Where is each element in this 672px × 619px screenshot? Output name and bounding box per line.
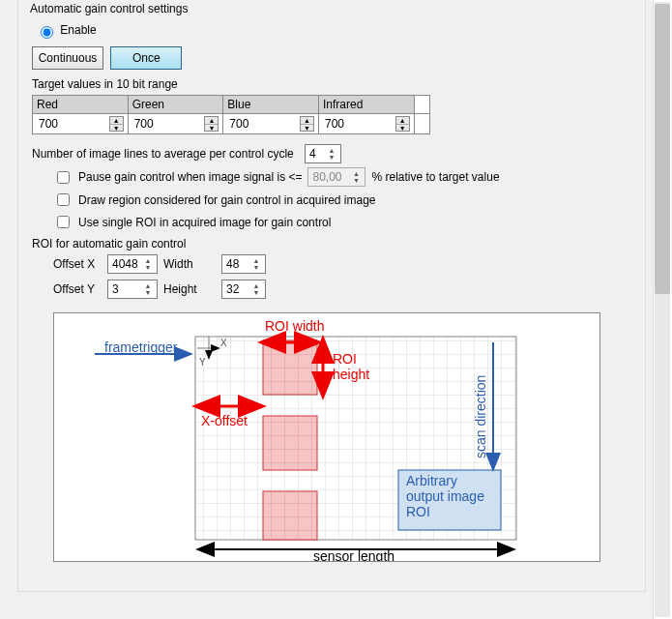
pause-spin: ▲▼ xyxy=(307,167,365,187)
roi-title: ROI for automatic gain control xyxy=(32,237,635,251)
svg-rect-6 xyxy=(263,491,317,540)
avglines-spin[interactable]: ▲▼ xyxy=(305,144,341,163)
height-spin[interactable]: ▲▼ xyxy=(221,280,266,299)
down-icon: ▼ xyxy=(301,125,313,132)
down-icon: ▼ xyxy=(205,125,218,132)
target-caption: Target values in 10 bit range xyxy=(32,77,635,91)
pause-checkbox[interactable] xyxy=(57,171,70,184)
singleroi-checkbox[interactable] xyxy=(57,216,70,228)
red-input[interactable] xyxy=(37,116,95,132)
pause-input xyxy=(310,169,345,185)
continuous-button[interactable]: Continuous xyxy=(32,46,103,70)
green-spin[interactable]: ▲▼ xyxy=(204,116,219,132)
scrollbar-gutter xyxy=(653,0,672,619)
roih-l1: ROI xyxy=(333,351,357,367)
panel-title: Automatic gain control settings xyxy=(26,2,191,15)
col-red: Red xyxy=(33,96,129,114)
sensorlen-label: sensor length xyxy=(313,548,394,561)
avglines-label: Number of image lines to average per con… xyxy=(32,147,299,161)
roi-diagram: Arbitrary output image ROI frametrigger … xyxy=(53,312,600,562)
infrared-spin[interactable]: ▲▼ xyxy=(395,116,410,132)
pause-label-pre: Pause gain control when image signal is … xyxy=(78,170,302,184)
blue-input[interactable] xyxy=(227,116,285,132)
height-input[interactable] xyxy=(224,281,246,297)
target-table: Red Green Blue Infrared ▲▼ ▲▼ ▲▼ ▲▼ xyxy=(32,95,430,134)
up-icon: ▲ xyxy=(110,117,123,125)
axis-x: X xyxy=(220,338,227,348)
roi-grid: Offset X ▲▼ Width ▲▼ Offset Y ▲▼ Height … xyxy=(53,254,635,299)
scandir-label: scan direction xyxy=(473,375,488,458)
drawregion-checkbox[interactable] xyxy=(57,193,70,206)
mode-buttons: Continuous Once xyxy=(32,46,635,70)
width-label: Width xyxy=(163,257,221,271)
pause-label-post: % relative to target value xyxy=(371,170,499,184)
svg-rect-4 xyxy=(263,416,317,470)
avglines-input[interactable] xyxy=(307,146,321,162)
drawregion-label: Draw region considered for gain control … xyxy=(78,193,376,207)
offsety-input[interactable] xyxy=(110,281,139,297)
down-icon: ▼ xyxy=(110,125,123,132)
up-icon: ▲ xyxy=(396,117,409,125)
col-green: Green xyxy=(128,96,223,114)
offsetx-spin[interactable]: ▲▼ xyxy=(107,254,158,274)
axis-y: Y xyxy=(199,357,206,368)
roih-l2: height xyxy=(333,367,369,382)
red-spin[interactable]: ▲▼ xyxy=(109,116,124,132)
arb-l2: output image xyxy=(406,488,484,504)
enable-row: Enable xyxy=(36,23,635,39)
frametrigger-label: frametrigger xyxy=(104,339,178,355)
blue-spin[interactable]: ▲▼ xyxy=(300,116,314,132)
pause-row: Pause gain control when image signal is … xyxy=(53,167,635,187)
svg-rect-2 xyxy=(263,340,317,395)
offsetx-input[interactable] xyxy=(110,256,139,272)
offsety-label: Offset Y xyxy=(53,282,107,296)
xoffset-label: X-offset xyxy=(201,413,248,428)
roiwidth-label: ROI width xyxy=(265,318,324,334)
scrollbar-thumb[interactable] xyxy=(655,4,670,294)
width-input[interactable] xyxy=(224,256,246,272)
enable-radio[interactable] xyxy=(41,26,53,39)
enable-text: Enable xyxy=(60,23,96,37)
green-input[interactable] xyxy=(132,116,190,132)
down-icon: ▼ xyxy=(396,125,409,132)
singleroi-row: Use single ROI in acquired image for gai… xyxy=(53,213,635,231)
drawregion-row: Draw region considered for gain control … xyxy=(53,191,635,209)
once-button[interactable]: Once xyxy=(110,46,182,70)
offsety-spin[interactable]: ▲▼ xyxy=(107,280,158,299)
arb-l1: Arbitrary xyxy=(406,473,457,488)
singleroi-label: Use single ROI in acquired image for gai… xyxy=(78,216,331,229)
avglines-row: Number of image lines to average per con… xyxy=(32,144,635,163)
height-label: Height xyxy=(163,282,221,296)
width-spin[interactable]: ▲▼ xyxy=(221,254,266,274)
agc-panel: Automatic gain control settings Enable C… xyxy=(17,0,646,592)
up-icon: ▲ xyxy=(205,117,218,125)
arb-l3: ROI xyxy=(406,504,430,519)
col-infrared: Infrared xyxy=(319,96,415,114)
offsetx-label: Offset X xyxy=(53,257,107,271)
up-icon: ▲ xyxy=(301,117,313,125)
col-blue: Blue xyxy=(223,96,319,114)
enable-radio-label[interactable]: Enable xyxy=(36,23,97,37)
infrared-input[interactable] xyxy=(323,116,381,132)
